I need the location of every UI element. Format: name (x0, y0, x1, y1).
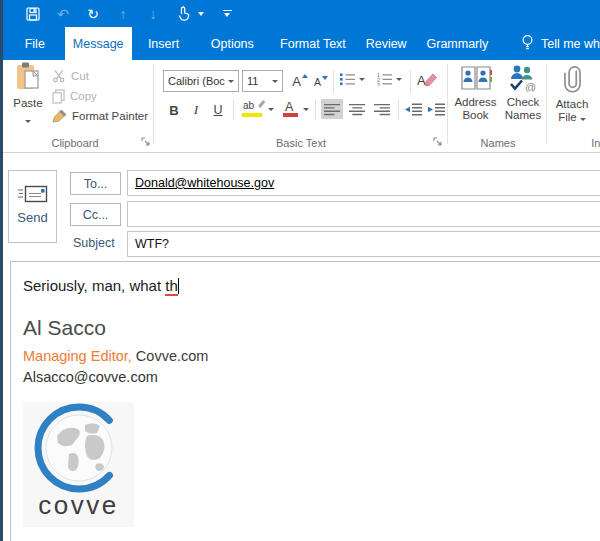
ribbon: Paste Cut Copy Format Painter Clipboard … (0, 60, 600, 153)
align-left-button[interactable] (321, 99, 343, 119)
grow-font-button[interactable]: A (290, 70, 310, 92)
paste-button[interactable]: Paste (6, 62, 50, 140)
attach-item-button[interactable]: Attach Item (596, 64, 600, 124)
cc-field[interactable] (127, 201, 600, 227)
misspelled-word: th (165, 277, 178, 296)
paste-label: Paste (6, 97, 50, 109)
group-separator (153, 64, 154, 144)
numbered-list-icon: 123 (376, 72, 393, 86)
cut-button: Cut (52, 67, 89, 85)
decrease-indent-icon (404, 103, 423, 116)
scissors-icon (52, 69, 66, 83)
subject-label: Subject (73, 236, 115, 250)
redo-icon[interactable]: ↻ (85, 5, 101, 23)
copy-label: Copy (70, 90, 97, 102)
basic-text-dialog-launcher-icon[interactable] (433, 137, 443, 147)
numbering-dropdown-caret[interactable] (396, 78, 402, 81)
check-names-button[interactable]: @ Check Names (501, 64, 545, 122)
covve-logo: covve (23, 402, 134, 527)
address-book-button[interactable]: Address Book (452, 64, 499, 122)
tell-me-box[interactable]: Tell me wh (521, 27, 600, 60)
undo-icon: ↶ (55, 5, 71, 23)
signature-role: Managing Editor, (23, 348, 132, 364)
tab-review[interactable]: Review (356, 27, 415, 60)
numbering-button[interactable]: 123 (376, 72, 393, 86)
align-right-button[interactable] (371, 99, 393, 119)
font-name-combo[interactable]: Calibri (Boc (163, 70, 239, 92)
to-field[interactable]: Donald@whitehouse.gov (127, 170, 600, 196)
tab-insert[interactable]: Insert (132, 27, 195, 60)
clipboard-dialog-launcher-icon[interactable] (141, 137, 151, 147)
italic-button[interactable]: I (189, 100, 203, 120)
increase-indent-button[interactable] (426, 99, 447, 119)
text-highlight-button[interactable]: ab (242, 100, 264, 118)
increase-indent-icon (427, 103, 446, 116)
bold-label: B (169, 103, 178, 118)
eraser-icon: A (417, 71, 437, 88)
signature-company: Covve.com (136, 348, 209, 364)
bold-button[interactable]: B (166, 100, 182, 120)
message-text: Seriously, man, what (23, 277, 165, 294)
clipboard-icon (14, 62, 42, 92)
paperclip-icon (564, 64, 581, 94)
message-text-line[interactable]: Seriously, man, what th (23, 277, 600, 294)
to-recipient[interactable]: Donald@whitehouse.gov (135, 176, 274, 190)
subject-field[interactable]: WTF? (127, 231, 600, 257)
copy-icon (52, 89, 65, 104)
bullets-dropdown-caret[interactable] (359, 78, 365, 81)
grow-font-icon: A (292, 74, 301, 89)
move-down-icon: ↓ (145, 5, 161, 23)
format-painter-label: Format Painter (72, 110, 148, 122)
tab-file[interactable]: File (14, 27, 56, 60)
cc-button-label: Cc... (83, 208, 109, 222)
font-color-icon: A (285, 100, 293, 114)
svg-text:3: 3 (377, 82, 380, 86)
bullet-list-icon (339, 72, 356, 86)
message-body[interactable]: Seriously, man, what th Al Sacco Managin… (10, 261, 600, 541)
font-color-dropdown-caret[interactable] (303, 108, 309, 111)
format-painter-icon (52, 109, 67, 123)
outlook-compose-window: ↶ ↻ ↑ ↓ File Message Insert Options Form… (0, 0, 600, 541)
customize-quick-access-icon[interactable] (219, 5, 235, 23)
cc-button[interactable]: Cc... (70, 203, 121, 226)
send-button[interactable]: Send (8, 170, 57, 243)
touch-mode-dropdown[interactable] (197, 5, 205, 23)
globe-icon (33, 402, 125, 494)
tab-format-text[interactable]: Format Text (269, 27, 356, 60)
touch-mode-icon[interactable] (175, 5, 191, 23)
decrease-indent-button[interactable] (403, 99, 424, 119)
clear-formatting-button[interactable]: A (416, 69, 438, 89)
bullets-button[interactable] (339, 72, 356, 86)
check-names-icon: @ (508, 64, 538, 92)
underline-label: U (213, 103, 222, 117)
underline-button[interactable]: U (210, 100, 226, 120)
italic-label: I (194, 102, 199, 118)
lightbulb-icon (521, 34, 534, 53)
attach-file-button[interactable]: Attach File (551, 64, 593, 124)
align-center-button[interactable] (346, 99, 368, 119)
paste-dropdown-caret[interactable] (25, 120, 31, 123)
clipboard-group-label: Clipboard (0, 137, 150, 149)
save-icon[interactable] (25, 5, 41, 23)
align-left-icon (324, 103, 341, 116)
message-header: Send To... Donald@whitehouse.gov Cc... S… (0, 154, 600, 261)
to-button-label: To... (84, 177, 108, 191)
tab-grammarly[interactable]: Grammarly (416, 27, 499, 60)
separator (315, 100, 316, 120)
tab-message[interactable]: Message (65, 27, 132, 60)
align-center-icon (349, 103, 366, 116)
separator (410, 70, 411, 92)
highlight-dropdown-caret[interactable] (268, 108, 274, 111)
ribbon-tab-bar: File Message Insert Options Format Text … (0, 27, 600, 60)
tell-me-label: Tell me wh (541, 37, 600, 51)
shrink-font-button[interactable]: A (312, 71, 330, 93)
format-painter-button[interactable]: Format Painter (52, 107, 148, 125)
font-size-combo[interactable]: 11 (242, 70, 283, 92)
separator (233, 100, 234, 120)
group-separator (546, 64, 547, 144)
to-button[interactable]: To... (70, 172, 121, 195)
tab-options[interactable]: Options (195, 27, 269, 60)
font-color-button[interactable]: A (283, 100, 299, 118)
subject-value: WTF? (135, 237, 169, 251)
separator (333, 70, 334, 92)
